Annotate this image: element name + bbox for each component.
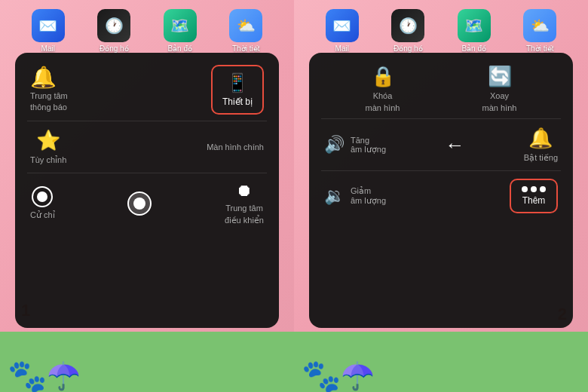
control-label1: Trung tâm [225,204,263,213]
right-maps-app: 🗺️ Bản đồ [458,9,491,53]
right-bottom-decoration: 🐾 ☂️ [294,332,588,392]
bật-tiếng-label: Bật tiếng [524,153,558,163]
right-maps-icon[interactable]: 🗺️ [458,9,491,42]
right-panel: ✉️ Mail 🕐 Đồng hồ 🗺️ Bản đồ ⛅ Thời tiết … [294,0,588,392]
cử-chỉ-item[interactable]: Cử chỉ [30,186,55,220]
right-weather-app: ⛅ Thời tiết [523,9,556,53]
dot-3 [540,186,546,192]
weather-label: Thời tiết [232,44,259,53]
right-clock-app: 🕐 Đồng hồ [391,9,424,53]
notif-label2: thông báo [30,103,67,112]
customize-item[interactable]: ⭐ Tùy chỉnh [30,129,66,165]
khóa-label2: màn hình [366,103,400,112]
thiết-bị-label: Thiết bị [222,96,253,107]
clock-app: 🕐 Đồng hồ [97,9,130,53]
right-app-bar: ✉️ Mail 🕐 Đồng hồ 🗺️ Bản đồ ⛅ Thời tiết [294,9,588,53]
xoay-label2: màn hình [482,103,517,112]
gesture-icon [32,186,53,207]
weather-app: ⛅ Thời tiết [229,9,262,53]
khóa-label1: Khóa [373,91,393,100]
mail-label: Mail [41,44,55,53]
giảm-label1: Giảm [351,186,386,196]
control-label2: điều khiển [225,216,264,225]
right-maps-label: Bản đồ [461,44,486,53]
left-app-bar: ✉️ Mail 🕐 Đồng hồ 🗺️ Bản đồ ⛅ Thời tiết [0,9,294,53]
xoay-label1: Xoay [490,91,509,100]
right-clock-icon[interactable]: 🕐 [391,9,424,42]
notification-center-item[interactable]: 🔔 Trung tâm thông báo [30,65,68,112]
right-mail-label: Mail [335,44,349,53]
dots-row [522,186,546,192]
rotate-icon: 🔄 [488,65,512,88]
right-context-menu: 🔒 Khóa màn hình 🔄 Xoay màn hình 🔊 Tăng â… [309,53,573,328]
giảm-âm-lượng-item[interactable]: 🔉 Giảm âm lượng [324,186,386,206]
maps-label: Bản đồ [167,44,192,53]
right-umbrella-char: ☂️ [341,360,375,392]
left-panel: ✉️ Mail 🕐 Đồng hồ 🗺️ Bản đồ ⛅ Thời tiết … [0,0,294,392]
notif-label1: Trung tâm [30,91,68,101]
right-weather-label: Thời tiết [526,44,553,53]
star-icon: ⭐ [36,129,60,152]
tăng-label2: âm lượng [351,145,386,155]
left-context-menu: 🔔 Trung tâm thông báo 📱 Thiết bị ⭐ Tùy c… [15,53,279,328]
xoay-màn-hình-item[interactable]: 🔄 Xoay màn hình [482,65,517,112]
dot-2 [531,186,537,192]
thiết-bị-button[interactable]: 📱 Thiết bị [211,65,264,115]
lock-icon: 🔒 [371,65,395,88]
umbrella-char: ☂️ [47,360,81,392]
maps-app: 🗺️ Bản đồ [164,9,197,53]
clock-icon[interactable]: 🕐 [97,9,130,42]
bell-icon: 🔔 [528,127,553,150]
totoro-figure: 🐾 [8,360,47,392]
tăng-label1: Tăng [351,136,386,145]
vol-up-icon: 🔊 [324,135,345,155]
màn-hình-chính-label: Màn hình chính [207,142,264,152]
cử-chỉ-label: Cử chỉ [30,210,55,220]
thêm-label: Thêm [522,195,546,206]
phone-icon: 📱 [226,72,249,93]
thêm-button[interactable]: Thêm [510,179,558,213]
weather-icon[interactable]: ⛅ [229,9,262,42]
right-clock-label: Đồng hồ [394,44,423,53]
right-mail-icon[interactable]: ✉️ [326,9,359,42]
tùy-chỉnh-label: Tùy chỉnh [30,155,66,165]
mail-icon[interactable]: ✉️ [32,9,65,42]
toggle-icon: ⏺ [236,181,253,201]
clock-label: Đồng hồ [100,44,129,53]
maps-icon[interactable]: 🗺️ [164,9,197,42]
right-mail-app: ✉️ Mail [326,9,359,53]
notification-icon: 🔔 [30,65,57,90]
dot-1 [522,186,528,192]
back-arrow-icon[interactable]: ← [445,133,464,157]
home-button-inner [133,198,145,210]
tăng-âm-lượng-item[interactable]: 🔊 Tăng âm lượng [324,135,386,155]
giảm-label2: âm lượng [351,196,386,206]
vol-down-icon: 🔉 [324,186,345,206]
khóa-màn-hình-item[interactable]: 🔒 Khóa màn hình [366,65,400,112]
mail-app: ✉️ Mail [32,9,65,53]
control-center-item[interactable]: ⏺ Trung tâm điều khiển [225,181,264,225]
left-bottom-decoration: 🐾 ☂️ [0,332,294,392]
home-button[interactable] [127,191,152,216]
right-totoro-figure: 🐾 [302,360,341,392]
right-weather-icon[interactable]: ⛅ [523,9,556,42]
bật-tiếng-item[interactable]: 🔔 Bật tiếng [524,127,558,163]
